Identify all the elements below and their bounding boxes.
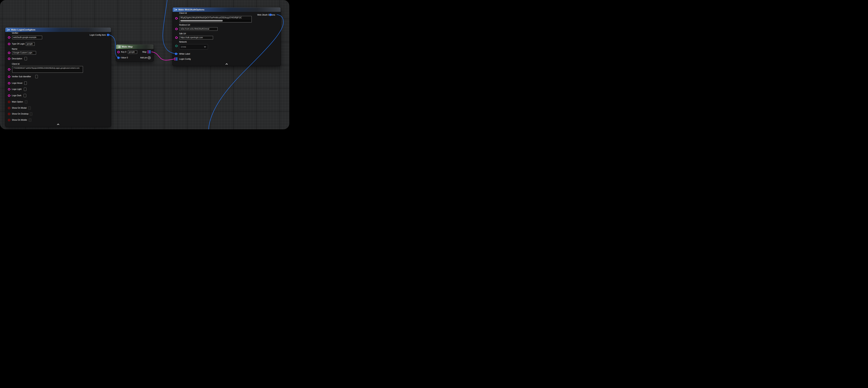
pin-label: Value 0 [121, 56, 128, 59]
pin-label: Type Of Login [12, 42, 25, 45]
sdk-url-input[interactable]: https://sdk.openlogin.com [180, 36, 213, 39]
node-make-web3authoptions: Make Web3AuthOptions Web 3Auth Options C… [173, 7, 281, 66]
make-struct-icon [7, 29, 10, 31]
pin-web3auth-options-out[interactable] [269, 13, 272, 16]
redirect-url-input[interactable]: w3a://com.w3a.Web3AuthUnreal [180, 27, 218, 31]
pin-white-label[interactable] [175, 53, 177, 55]
pin-label: Logo Hover [12, 82, 23, 84]
logo-dark-input[interactable] [24, 94, 26, 97]
input-scrollbar-thumb[interactable] [180, 20, 223, 22]
pin-name[interactable] [8, 52, 10, 54]
pin-label: Main Option [12, 100, 23, 103]
output-label: Map [143, 51, 147, 53]
client-id-input[interactable]: BEglQSgt4cUWcj6SKRdu5QkOXTsePmMcusG5EAoy… [180, 16, 252, 23]
pin-redirect-url[interactable] [175, 28, 178, 30]
verifier-sub-identifier-input[interactable] [35, 75, 38, 78]
description-input[interactable] [25, 57, 27, 60]
pin-logo-light[interactable] [8, 88, 10, 90]
network-selected-value: CYAN [181, 46, 186, 48]
pin-client-id[interactable] [175, 17, 178, 20]
pin-client-id[interactable] [8, 68, 10, 70]
type-of-login-input[interactable]: google [26, 42, 35, 46]
pin-verifier[interactable] [8, 36, 10, 39]
node-title: Make Web3AuthOptions [178, 8, 205, 11]
pin-description[interactable] [8, 58, 10, 60]
pin-network[interactable] [175, 45, 178, 47]
pin-main-option[interactable] [8, 101, 10, 103]
pin-label: Show On Mobile [12, 119, 27, 121]
node-header-make-map[interactable]: Make Map [116, 44, 154, 49]
pin-label: Description [12, 57, 22, 60]
node-title: Make LoginConfigItem [11, 29, 35, 31]
pin-label: Network [179, 40, 187, 43]
show-on-mobile-checkbox[interactable] [29, 118, 31, 122]
collapse-chevron-icon[interactable] [225, 63, 228, 65]
pin-show-on-mobile[interactable] [8, 119, 10, 121]
show-on-desktop-checkbox[interactable] [30, 112, 32, 116]
pin-type-of-login[interactable] [8, 43, 10, 45]
logo-light-input[interactable] [24, 88, 26, 91]
make-map-icon [118, 46, 121, 48]
node-header-make-web3authoptions[interactable]: Make Web3AuthOptions [173, 7, 281, 12]
show-on-modal-checkbox[interactable] [28, 107, 31, 110]
verifier-input[interactable]: web3auth-google-example [12, 36, 42, 39]
collapse-chevron-icon[interactable] [57, 124, 60, 125]
pin-show-on-desktop[interactable] [8, 113, 10, 115]
pin-label: Client Id [179, 12, 187, 14]
pin-logo-dark[interactable] [8, 94, 10, 97]
node-make-map: Make Map Key 0 google Map Value 0 Add pi… [116, 44, 154, 61]
pin-sdk-url[interactable] [175, 36, 178, 39]
name-input[interactable]: Google Custom Login [12, 51, 36, 55]
chevron-down-icon [204, 46, 206, 48]
pin-verifier-sub-identifier[interactable] [8, 76, 10, 78]
pin-key0[interactable] [117, 51, 120, 53]
pin-label: Logo Light [12, 88, 22, 90]
network-dropdown[interactable]: CYAN [179, 44, 208, 50]
pin-map-out[interactable] [148, 50, 151, 53]
client-id-value: BEglQSgt4cUWcj6SKRdu5QkOXTsePmMcusG5EAoy… [181, 17, 242, 19]
pin-label: Login Config [179, 58, 191, 60]
pin-label: Show On Desktop [12, 113, 29, 115]
make-struct-icon [174, 8, 177, 11]
pin-label: Verifier Sub Identifier [12, 75, 31, 78]
wire-map-to-loginconfig[interactable] [151, 52, 175, 60]
pin-label: Name [12, 48, 17, 50]
graph-canvas[interactable]: Make LoginConfigItem Login Config Item V… [0, 0, 289, 129]
pin-label: Key 0 [121, 51, 126, 53]
pin-label: Sdk Url [179, 32, 186, 35]
blueprint-editor: Make LoginConfigItem Login Config Item V… [0, 0, 289, 129]
node-header-make-loginconfigitem[interactable]: Make LoginConfigItem [5, 28, 111, 32]
pin-label: Client Id [12, 63, 20, 65]
input-scrollbar-track [180, 20, 251, 22]
node-make-loginconfigitem: Make LoginConfigItem Login Config Item V… [5, 27, 111, 127]
key0-input[interactable]: google [128, 50, 137, 54]
pin-label: Verifier [12, 32, 18, 34]
pin-label: Redirect Url [179, 24, 190, 26]
logo-hover-input[interactable] [24, 82, 27, 85]
client-id-input[interactable]: 774338308167-q463s7kpvja16l4l0kko3nb925i… [12, 66, 83, 73]
pin-label: Show On Modal [12, 107, 27, 109]
pin-show-on-modal[interactable] [8, 107, 10, 109]
pin-label: White Label [179, 53, 190, 55]
pin-logo-hover[interactable] [8, 82, 10, 84]
pin-label: Logo Dark [12, 94, 21, 97]
add-pin-icon[interactable] [148, 56, 151, 59]
main-option-checkbox[interactable] [25, 100, 27, 103]
output-label: Login Config Item [90, 34, 106, 36]
add-pin-label: Add pin [140, 56, 147, 59]
node-title: Make Map [122, 46, 133, 48]
